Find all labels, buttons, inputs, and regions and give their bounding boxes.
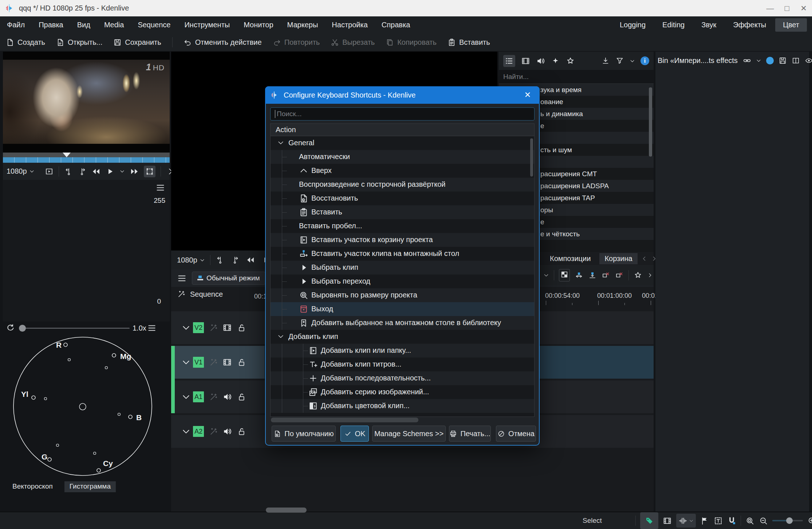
tab-гистограмма[interactable]: Гистограмма xyxy=(64,481,116,492)
tab-композиции[interactable]: Композиции xyxy=(545,253,596,264)
speaker-icon[interactable] xyxy=(222,392,232,402)
shortcut-row[interactable]: Добавить клип титров... xyxy=(271,358,534,371)
film-icon[interactable] xyxy=(222,358,232,367)
dialog-hscrollbar[interactable] xyxy=(271,418,418,422)
zoom-slider-thumb[interactable] xyxy=(786,517,793,524)
eye-icon[interactable] xyxy=(805,56,812,65)
timeline-menu-icon[interactable] xyxy=(177,273,187,283)
monitor-zone-bar[interactable] xyxy=(3,157,170,163)
zone-out-icon[interactable] xyxy=(231,256,240,264)
shortcut-row[interactable]: Восстановить xyxy=(271,192,534,205)
speaker-icon[interactable] xyxy=(222,427,232,436)
reset-zoom-icon[interactable] xyxy=(6,323,15,333)
lock-icon[interactable] xyxy=(237,323,246,332)
star-icon[interactable] xyxy=(634,271,642,280)
dialog-search-input[interactable]: Поиск... xyxy=(270,107,535,121)
effects-search-input[interactable]: Найти... xyxy=(499,70,654,84)
zone-in-icon[interactable] xyxy=(64,167,73,176)
wand-icon[interactable] xyxy=(209,392,218,402)
fx-list-view-button[interactable] xyxy=(503,55,515,67)
menu-item-6[interactable]: Монитор xyxy=(237,16,280,33)
timeline-hscrollbar[interactable] xyxy=(266,508,307,513)
tool-tag-button[interactable] xyxy=(640,512,658,529)
comp-ins1-icon[interactable] xyxy=(575,271,583,280)
film-icon[interactable] xyxy=(222,323,232,332)
magnet-icon[interactable] xyxy=(727,516,736,525)
ffwd-icon[interactable] xyxy=(130,167,139,176)
scope-zoom-slider[interactable] xyxy=(20,328,130,329)
shortcut-row[interactable]: Добавить цветовой клип... xyxy=(271,399,534,413)
clip-resolution-dropdown[interactable]: 1080p xyxy=(7,167,35,175)
project-resolution-dropdown[interactable]: 1080p xyxy=(177,256,205,264)
workspace-цвет[interactable]: Цвет xyxy=(775,18,807,32)
toolbar-doc-new-button[interactable]: Создать xyxy=(6,38,45,47)
menu-item-3[interactable]: Media xyxy=(97,16,131,33)
tbox-icon[interactable] xyxy=(714,516,723,525)
toolbar-undo-button[interactable]: Отменить действие xyxy=(184,38,262,47)
effects-vscrollbar[interactable] xyxy=(649,87,652,157)
menu-item-5[interactable]: Инструменты xyxy=(177,16,237,33)
shortcut-row[interactable]: Вверх xyxy=(271,164,534,178)
dialog-titlebar[interactable]: Configure Keyboard Shortcuts - Kdenlive … xyxy=(265,86,540,104)
comp-ins2-icon[interactable] xyxy=(588,271,597,280)
monitor-seek-strip[interactable] xyxy=(3,153,170,157)
shortcut-row[interactable]: Воспроизведение с построчной развёрткой xyxy=(271,178,534,192)
clip-monitor-icon[interactable] xyxy=(45,167,54,176)
chevron-down-icon[interactable] xyxy=(756,58,761,63)
shortcut-row[interactable]: General xyxy=(271,136,534,150)
shortcut-row[interactable]: Автоматически xyxy=(271,150,534,164)
tab-корзина[interactable]: Корзина xyxy=(599,253,637,264)
floppy-icon[interactable] xyxy=(779,56,787,65)
menu-item-8[interactable]: Настройка xyxy=(325,16,374,33)
dialog-button-поумолчанию[interactable]: По умолчанию xyxy=(272,426,336,442)
toolbar-save-button[interactable]: Сохранить xyxy=(113,38,161,47)
chevron-left-icon[interactable] xyxy=(641,256,647,262)
close-button[interactable]: ✕ xyxy=(795,0,812,16)
timeline-zoom-slider[interactable] xyxy=(772,517,803,524)
blue-dot-icon[interactable] xyxy=(766,57,774,64)
chevron-right-icon[interactable] xyxy=(647,272,653,278)
del-red-icon[interactable] xyxy=(602,271,610,280)
shortcut-row[interactable]: Вставить участок клипа на монтажный стол xyxy=(271,247,534,261)
shortcut-row[interactable]: Выровнять по размеру проекта xyxy=(271,288,534,302)
lock-icon[interactable] xyxy=(237,427,246,436)
track-header-A2[interactable]: A2 xyxy=(171,415,264,448)
shortcut-row[interactable]: Добавить выбранное на монтажном столе в … xyxy=(271,316,534,330)
menu-item-7[interactable]: Маркеры xyxy=(280,16,325,33)
column-header-action[interactable]: Action xyxy=(271,124,534,136)
workspace-logging[interactable]: Logging xyxy=(612,18,653,32)
dialog-vscrollbar[interactable] xyxy=(530,138,533,177)
track-badge-A1[interactable]: A1 xyxy=(193,391,204,402)
menu-item-9[interactable]: Справка xyxy=(375,16,417,33)
comp-checker-button[interactable] xyxy=(559,269,570,281)
rew-icon[interactable] xyxy=(92,167,100,176)
chevron-down-icon[interactable] xyxy=(181,392,191,402)
workspace-editing[interactable]: Editing xyxy=(655,18,692,32)
track-header-V1[interactable]: V1 xyxy=(171,346,264,379)
flag-icon[interactable] xyxy=(700,516,709,525)
toolbar-doc-open-button[interactable]: Открыть... xyxy=(56,38,102,47)
workspace-эффекты[interactable]: Эффекты xyxy=(725,18,774,32)
shortcut-row[interactable]: Добавить клип xyxy=(271,330,534,344)
timeline-tab[interactable]: Sequence xyxy=(177,290,223,299)
tool-wave-button[interactable] xyxy=(676,514,696,528)
toolbar-paste-button[interactable]: Вставить xyxy=(448,38,490,47)
track-badge-V2[interactable]: V2 xyxy=(193,322,204,333)
star-icon[interactable] xyxy=(566,56,575,66)
chevron-down-icon[interactable] xyxy=(277,139,284,146)
dialog-close-icon[interactable]: ✕ xyxy=(521,89,534,101)
chevron-down-icon[interactable] xyxy=(181,323,191,332)
shortcut-row[interactable]: Добавить серию изображений... xyxy=(271,385,534,399)
menu-item-0[interactable]: Файл xyxy=(0,16,32,33)
zoom-out-icon[interactable] xyxy=(759,516,768,525)
chevron-down-icon[interactable] xyxy=(543,272,549,278)
shortcut-row[interactable]: Добавить клип или папку... xyxy=(271,344,534,358)
dialog-button-печать[interactable]: Печать... xyxy=(449,426,491,442)
funnel-icon[interactable] xyxy=(615,56,624,65)
shortcut-row[interactable]: Выбрать клип xyxy=(271,261,534,275)
shortcut-row[interactable]: Добавить последовательность... xyxy=(271,371,534,385)
shortcut-row[interactable]: Выход xyxy=(271,302,534,316)
wand-icon[interactable] xyxy=(209,323,218,332)
shortcut-row[interactable]: Вставить участок в корзину проекта xyxy=(271,233,534,247)
zone-out-icon[interactable] xyxy=(78,167,87,176)
